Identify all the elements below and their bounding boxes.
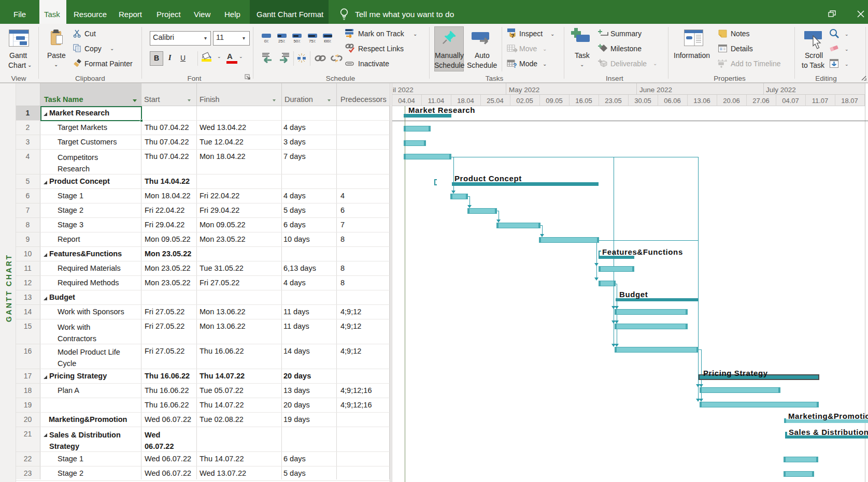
svg-text:?: ?	[511, 33, 515, 39]
svg-text:?: ?	[513, 62, 517, 68]
